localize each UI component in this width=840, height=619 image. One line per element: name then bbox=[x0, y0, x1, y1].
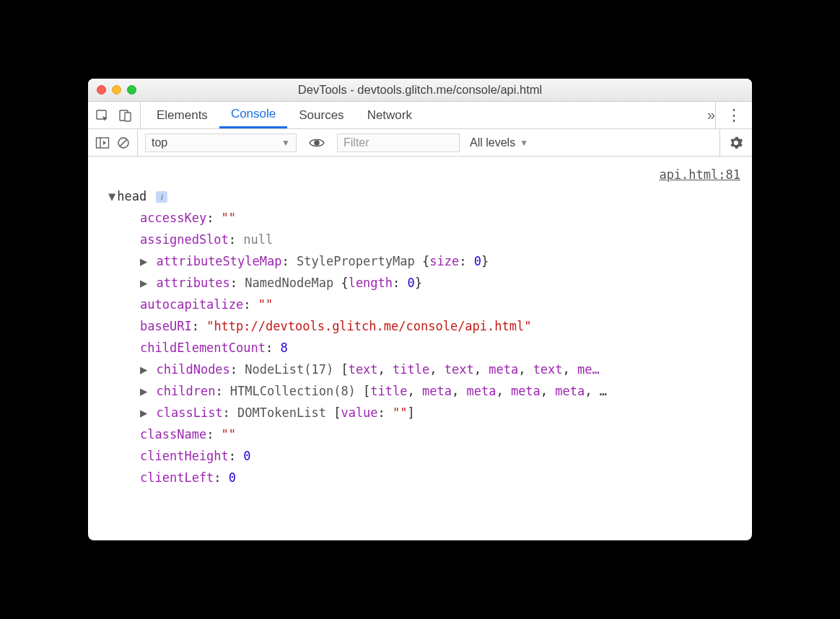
property-value: 0 bbox=[229, 470, 236, 485]
live-expression-icon[interactable] bbox=[304, 137, 330, 149]
property-value-segment: , bbox=[452, 384, 466, 398]
source-link[interactable]: api.html:81 bbox=[659, 164, 740, 185]
tab-network[interactable]: Network bbox=[356, 102, 424, 128]
property-row[interactable]: ▶ childNodes: NodeList(17) [text, title,… bbox=[108, 359, 745, 380]
tab-sources[interactable]: Sources bbox=[287, 102, 355, 128]
chevron-down-icon: ▼ bbox=[520, 138, 528, 148]
property-key: classList bbox=[156, 405, 222, 420]
property-value-segment: , bbox=[563, 362, 577, 377]
tab-console[interactable]: Console bbox=[219, 102, 287, 128]
property-value-segment: , bbox=[378, 362, 393, 377]
property-row[interactable]: childElementCount: 8 bbox=[108, 337, 745, 359]
property-row[interactable]: ▶ classList: DOMTokenList [value: ""] bbox=[108, 402, 745, 423]
property-key: children bbox=[156, 384, 215, 398]
toggle-drawer-icon[interactable] bbox=[95, 136, 110, 149]
property-value-segment: NodeList(17) bbox=[245, 362, 341, 377]
device-toggle-icon[interactable] bbox=[118, 108, 133, 123]
disclosure-triangle-icon[interactable]: ▶ bbox=[140, 405, 154, 420]
property-value-segment: , bbox=[474, 362, 489, 377]
property-row[interactable]: assignedSlot: null bbox=[108, 229, 745, 250]
property-key: clientHeight bbox=[140, 449, 229, 463]
tabbar-tools bbox=[88, 102, 141, 128]
console-settings-button[interactable] bbox=[719, 129, 752, 156]
property-key: autocapitalize bbox=[140, 297, 243, 312]
disclosure-triangle-icon[interactable]: ▶ bbox=[140, 362, 154, 377]
tabs-list: ElementsConsoleSourcesNetwork bbox=[141, 102, 703, 128]
inspect-icon[interactable] bbox=[95, 108, 110, 123]
property-value-segment: StylePropertyMap bbox=[297, 254, 422, 268]
property-key: attributeStyleMap bbox=[156, 254, 281, 268]
property-value-segment: text bbox=[349, 362, 378, 377]
property-value-segment: NamedNodeMap bbox=[245, 276, 341, 290]
property-value-segment: : bbox=[378, 405, 393, 420]
property-value-segment: me… bbox=[577, 362, 600, 377]
context-section: top ▼ Filter All levels ▼ bbox=[138, 129, 538, 156]
tab-elements[interactable]: Elements bbox=[145, 102, 219, 128]
console-toolbar: top ▼ Filter All levels ▼ bbox=[88, 129, 752, 157]
property-row[interactable]: baseURI: "http://devtools.glitch.me/cons… bbox=[108, 315, 745, 337]
object-root-row[interactable]: ▼head i bbox=[108, 185, 745, 207]
log-levels-selector[interactable]: All levels ▼ bbox=[467, 136, 531, 149]
property-value-segment: length bbox=[349, 276, 393, 290]
property-value-segment: [ bbox=[341, 362, 348, 377]
property-value-segment: , bbox=[429, 362, 444, 377]
devtools-tabbar: ElementsConsoleSourcesNetwork » ⋮ bbox=[88, 102, 752, 129]
property-value-segment: value bbox=[341, 405, 377, 420]
property-key: accessKey bbox=[140, 211, 206, 225]
close-window-button[interactable] bbox=[97, 85, 106, 95]
console-output[interactable]: api.html:81 ▼head i accessKey: ""assigne… bbox=[88, 157, 752, 540]
property-key: attributes bbox=[156, 276, 229, 290]
disclosure-triangle-icon[interactable]: ▶ bbox=[140, 384, 154, 398]
property-key: baseURI bbox=[140, 319, 192, 333]
property-value: "" bbox=[222, 211, 236, 225]
property-value-segment: , bbox=[496, 384, 510, 398]
disclosure-triangle-open-icon[interactable]: ▼ bbox=[108, 189, 115, 203]
clear-console-icon[interactable] bbox=[117, 136, 130, 149]
property-value-segment: "" bbox=[393, 405, 407, 420]
property-value-segment: [ bbox=[363, 384, 370, 398]
property-row[interactable]: clientHeight: 0 bbox=[108, 445, 745, 467]
svg-rect-2 bbox=[125, 113, 131, 121]
property-value-segment: : bbox=[459, 254, 473, 268]
property-row[interactable]: ▶ children: HTMLCollection(8) [title, me… bbox=[108, 380, 745, 402]
property-row[interactable]: autocapitalize: "" bbox=[108, 294, 745, 315]
property-value-segment: , bbox=[408, 384, 422, 398]
property-value-segment: , … bbox=[585, 384, 607, 398]
property-value: null bbox=[243, 232, 273, 247]
property-value-segment: , bbox=[518, 362, 533, 377]
property-value-segment: meta bbox=[555, 384, 585, 398]
more-tabs-button[interactable]: » bbox=[703, 102, 715, 128]
disclosure-triangle-icon[interactable]: ▶ bbox=[140, 254, 154, 268]
property-value-segment: 0 bbox=[474, 254, 481, 268]
property-row[interactable]: clientLeft: 0 bbox=[108, 467, 745, 488]
svg-line-6 bbox=[121, 139, 127, 146]
property-value-segment: [ bbox=[333, 405, 341, 420]
property-value-segment: HTMLCollection(8) bbox=[230, 384, 363, 398]
property-value-segment: meta bbox=[466, 384, 496, 398]
property-row[interactable]: ▶ attributes: NamedNodeMap {length: 0} bbox=[108, 272, 745, 294]
property-key: clientLeft bbox=[140, 470, 214, 485]
property-row[interactable]: ▶ attributeStyleMap: StylePropertyMap {s… bbox=[108, 250, 745, 272]
property-value-segment: title bbox=[393, 362, 429, 377]
disclosure-triangle-icon[interactable]: ▶ bbox=[140, 276, 154, 290]
property-value-segment: meta bbox=[422, 384, 452, 398]
property-value-segment: ] bbox=[408, 405, 415, 420]
kebab-menu-button[interactable]: ⋮ bbox=[715, 102, 752, 128]
maximize-window-button[interactable] bbox=[127, 85, 136, 95]
property-value: 8 bbox=[280, 341, 287, 355]
filter-placeholder: Filter bbox=[344, 136, 369, 149]
minimize-window-button[interactable] bbox=[112, 85, 121, 95]
property-row[interactable]: className: "" bbox=[108, 423, 745, 445]
log-levels-label: All levels bbox=[470, 136, 515, 149]
property-value-segment: meta bbox=[489, 362, 518, 377]
property-key: childElementCount bbox=[140, 341, 266, 355]
property-value-segment: } bbox=[481, 254, 489, 268]
property-value: "" bbox=[222, 427, 236, 442]
property-value: 0 bbox=[243, 449, 250, 463]
property-row[interactable]: accessKey: "" bbox=[108, 207, 745, 229]
info-icon[interactable]: i bbox=[156, 191, 167, 203]
filter-input[interactable]: Filter bbox=[337, 133, 460, 152]
property-value: "" bbox=[258, 297, 273, 312]
context-selector[interactable]: top ▼ bbox=[145, 133, 297, 152]
property-value-segment: size bbox=[429, 254, 459, 268]
